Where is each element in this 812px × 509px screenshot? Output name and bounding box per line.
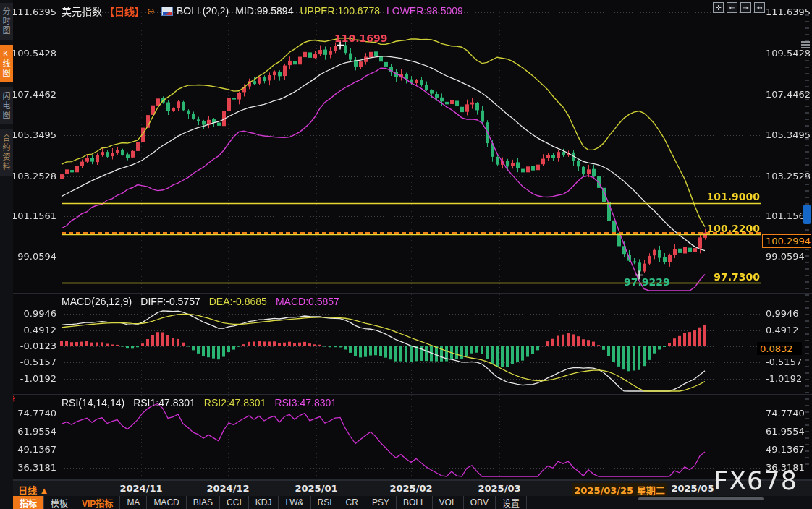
- date-label-3: 2025/02: [389, 483, 432, 494]
- trading-app-window: 分时图K线图闪电图合约资料 美元指数 【日线】 ⊕ BOLL(20,2) MID…: [0, 0, 812, 509]
- rsi-axis-right-1: 61.9554: [766, 426, 811, 437]
- zoom-right-icon[interactable]: ⇥: [740, 2, 751, 13]
- horizontal-scrollbar[interactable]: [638, 497, 764, 500]
- chart-tools: ✛⇤⇥⇸: [713, 2, 765, 13]
- macd-title[interactable]: MACD(26,12,9): [62, 296, 132, 307]
- period-selector[interactable]: 日线 ▲: [18, 483, 48, 497]
- pan-icon[interactable]: ✛: [713, 2, 724, 13]
- toolbar-item-OBV[interactable]: OBV: [464, 496, 496, 509]
- date-label-4: 2025/03: [478, 483, 520, 494]
- date-axis-row: 日线 ▲ 2024/112024/122025/012025/022025/03…: [13, 480, 812, 496]
- macd-macd-value: MACD:0.5857: [276, 296, 339, 307]
- boll-upper-value: UPPER:100.6778: [300, 5, 380, 17]
- indicator-toolbar: 指标模板VIP指标MAMACDBIASCCIKDJLW&RSICRPSYBOLL…: [13, 496, 812, 509]
- macd-crosshair-badge: 0.0832: [757, 342, 802, 355]
- resistance-level-label[interactable]: 101.9000: [666, 191, 760, 202]
- peak-price-label: 110.1699: [334, 33, 388, 44]
- toolbar-item-CCI[interactable]: CCI: [220, 496, 249, 509]
- date-label-1: 2024/12: [206, 483, 249, 494]
- boll-mid-value: MID:99.5894: [235, 5, 293, 17]
- date-label-6: 2025/05: [671, 483, 714, 494]
- rsi2-value: RSI2:47.8301: [204, 397, 266, 409]
- right-scroll-thumb[interactable]: [803, 205, 811, 224]
- add-compare-icon[interactable]: ⊕: [147, 6, 155, 17]
- toolbar-item-LW&[interactable]: LW&: [279, 496, 310, 509]
- date-label-0: 2024/11: [119, 483, 162, 494]
- rsi1-value: RSI1:47.8301: [133, 397, 195, 409]
- toolbar-item-指标[interactable]: 指标: [13, 496, 44, 509]
- candlestick-chart-canvas[interactable]: [0, 0, 812, 509]
- chart-header: 美元指数 【日线】 ⊕ BOLL(20,2) MID:99.5894 UPPER…: [62, 4, 463, 18]
- support-level-label[interactable]: 97.7300: [666, 271, 760, 283]
- macd-axis-right-4: -1.0192: [766, 373, 811, 384]
- sidebar-item-1[interactable]: K线图: [0, 45, 13, 82]
- period-tag: 【日线】: [104, 4, 145, 18]
- price-axis-right-4: 103.2528: [766, 171, 811, 181]
- macd-dea-value: DEA:-0.8685: [209, 296, 267, 307]
- toolbar-item-MA[interactable]: MA: [120, 496, 147, 509]
- boll-params[interactable]: BOLL(20,2): [177, 5, 229, 17]
- expand-icon[interactable]: ⇸: [754, 2, 765, 13]
- indicator-chart-icon[interactable]: [161, 7, 173, 16]
- last-price-badge: 100.2994: [762, 234, 811, 248]
- macd-diff-value: DIFF:-0.5757: [140, 296, 200, 307]
- trough-price-label: 97.9229: [624, 276, 670, 288]
- sidebar-item-2[interactable]: 闪电图: [0, 87, 13, 124]
- rsi-axis-right-2: 49.1367: [766, 444, 811, 455]
- crosshair-date-label: 2025/03/25 星期二: [572, 483, 667, 497]
- toolbar-item-BIAS[interactable]: BIAS: [187, 496, 220, 509]
- toolbar-item-KDJ[interactable]: KDJ: [249, 496, 279, 509]
- pivot-level-label[interactable]: 100.2200: [666, 223, 760, 234]
- toolbar-item-MACD[interactable]: MACD: [147, 496, 186, 509]
- price-axis-right-2: 107.4462: [766, 89, 811, 100]
- macd-header: MACD(26,12,9) DIFF:-0.5757 DEA:-0.8685 M…: [62, 296, 339, 307]
- toolbar-item-模板[interactable]: 模板: [44, 496, 75, 509]
- toolbar-item-VOL[interactable]: VOL: [433, 496, 464, 509]
- toolbar-item-RSI[interactable]: RSI: [311, 496, 339, 509]
- price-axis-right-3: 105.3495: [766, 129, 811, 140]
- price-axis-right-6: 99.0594: [766, 251, 811, 262]
- toolbar-item-PSY[interactable]: PSY: [365, 496, 397, 509]
- boll-lower-value: LOWER:98.5009: [386, 5, 463, 17]
- macd-axis-right-1: 0.4912: [766, 325, 811, 335]
- date-label-2: 2025/01: [295, 483, 337, 494]
- fx678-watermark: FX678: [714, 466, 798, 495]
- sidebar-item-3[interactable]: 合约资料: [0, 129, 13, 176]
- panel-menu-icon[interactable]: [801, 40, 810, 50]
- symbol-name: 美元指数: [62, 4, 102, 18]
- chart-type-sidebar: 分时图K线图闪电图合约资料: [0, 0, 13, 509]
- toolbar-item-设置[interactable]: 设置: [496, 496, 527, 509]
- toolbar-item-CR[interactable]: CR: [339, 496, 365, 509]
- toolbar-item-BOLL[interactable]: BOLL: [397, 496, 433, 509]
- macd-axis-right-0: 0.9946: [766, 308, 811, 319]
- macd-axis-right-3: -0.5157: [766, 356, 811, 367]
- rsi-title[interactable]: RSI(14,14,14): [62, 397, 124, 409]
- rsi-axis-right-0: 74.7740: [766, 408, 811, 419]
- price-axis-right-0: 111.6395: [766, 7, 811, 17]
- sidebar-item-0[interactable]: 分时图: [0, 3, 13, 40]
- zoom-left-icon[interactable]: ⇤: [727, 2, 737, 13]
- rsi3-value: RSI3:47.8301: [274, 397, 337, 409]
- rsi-header: RSI(14,14,14) RSI1:47.8301 RSI2:47.8301 …: [62, 397, 337, 409]
- toolbar-item-VIP指标[interactable]: VIP指标: [75, 496, 120, 509]
